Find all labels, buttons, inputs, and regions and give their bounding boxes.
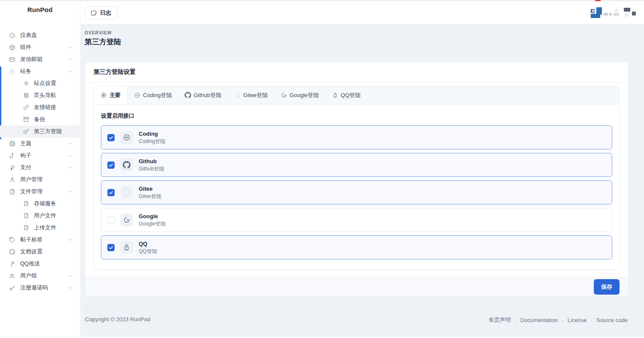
tab-label: 主要 (109, 91, 121, 99)
sidebar-item-label: 注册邀请码 (20, 284, 48, 292)
sidebar-item-label: 帖子标签 (20, 236, 43, 244)
chevron-down-icon (68, 57, 73, 62)
separator-dot: · (562, 317, 564, 323)
tab-gitee-login[interactable]: Gitee登陆 (228, 86, 274, 104)
sidebar-item-post-tags[interactable]: 帖子标签 (0, 234, 80, 246)
footer-link-source-code[interactable]: Source code (596, 317, 628, 323)
gitee-icon (120, 186, 133, 199)
brand-logo[interactable]: RunPod (0, 1, 80, 13)
tab-label: QQ登陆 (341, 91, 361, 99)
sidebar-item-mailbox[interactable]: 发信邮箱 (0, 53, 80, 65)
tab-coding-login[interactable]: Coding登陆 (128, 86, 178, 104)
tab-google-login[interactable]: Google登陆 (274, 86, 325, 104)
qq-checkbox[interactable] (107, 244, 115, 251)
coding-checkbox[interactable] (107, 134, 115, 141)
chevron-down-icon (68, 45, 73, 50)
sidebar-item-user-management[interactable]: 用户管理 (0, 174, 80, 186)
sidebar-item-label: 备份 (34, 116, 45, 123)
sidebar-item-label: 文档设置 (20, 248, 43, 256)
tab-bar: 主要 Coding登陆 Github登陆 Gitee登陆 Google登陆 QQ… (94, 86, 619, 104)
sidebar-item-user-files[interactable]: 用户文件 (0, 210, 80, 222)
provider-row-coding[interactable]: CodingCoding登陆 (101, 125, 612, 149)
file-icon (23, 225, 29, 231)
page-eyebrow: OVERVIEW (85, 30, 629, 35)
sidebar-item-label: 钩子 (20, 152, 31, 159)
sidebar-item-file-management[interactable]: 文件管理 (0, 186, 80, 198)
sidebar-item-site[interactable]: 站务 (0, 65, 80, 77)
sidebar-item-upload-files[interactable]: 上传文件 (0, 222, 80, 234)
sidebar-item-components[interactable]: 组件 (0, 41, 80, 53)
log-button[interactable]: 日志 (85, 6, 117, 19)
users-icon (9, 273, 15, 279)
card-title: 第三方登陆设置 (85, 62, 628, 82)
footer-link-documentation[interactable]: Documentation (520, 317, 558, 323)
github-checkbox[interactable] (107, 161, 115, 169)
google-checkbox[interactable] (107, 216, 115, 224)
separator-dot: · (591, 317, 592, 323)
site-icon (9, 68, 15, 75)
tag-icon (9, 237, 15, 243)
check-icon (109, 245, 113, 250)
sidebar-item-hooks[interactable]: 钩子 (0, 149, 80, 161)
hook-icon (9, 152, 15, 159)
sidebar-item-storage-service[interactable]: 存储服务 (0, 198, 80, 210)
footer-link-license[interactable]: License (568, 317, 587, 323)
qq-icon (332, 92, 338, 98)
sidebar-item-header-nav[interactable]: 页头导航 (0, 89, 80, 101)
components-icon (9, 44, 15, 51)
provider-name: Coding (139, 131, 165, 137)
file-icon (23, 201, 29, 207)
check-icon (109, 135, 113, 140)
main-tab-icon (100, 92, 107, 98)
gitee-icon (234, 92, 241, 98)
tab-github-login[interactable]: Github登陆 (178, 86, 228, 104)
sidebar-item-doc-settings[interactable]: 文档设置 (0, 246, 80, 258)
provider-desc: Google登陆 (139, 220, 166, 227)
links-icon (23, 104, 29, 110)
chevron-down-icon (68, 153, 73, 158)
main-content: OVERVIEW 第三方登陆 第三方登陆设置 主要 Coding登陆 Githu… (81, 24, 644, 337)
provider-row-qq[interactable]: QQQQ登陆 (101, 235, 612, 259)
github-icon (185, 92, 191, 98)
theme-icon (9, 140, 15, 147)
sidebar-item-invite-codes[interactable]: 注册邀请码 (0, 282, 80, 294)
sidebar-item-label: 上传文件 (34, 224, 56, 231)
pay-icon (9, 164, 15, 171)
save-button[interactable]: 保存 (594, 279, 620, 295)
sidebar-item-third-party-login[interactable]: 第三方登陆 (0, 125, 80, 137)
sidebar-item-site-settings[interactable]: 站点设置 (0, 77, 80, 89)
chevron-down-icon (68, 274, 73, 278)
sidebar-item-payment[interactable]: 支付 (0, 161, 80, 174)
provider-row-gitee[interactable]: GiteeGitee登陆 (101, 180, 612, 204)
chevron-down-icon (68, 69, 73, 74)
tab-qq-login[interactable]: QQ登陆 (325, 86, 367, 104)
separator-dot: · (515, 317, 516, 323)
sidebar-item-label: 页头导航 (34, 91, 56, 99)
footer-links: 免责声明 · Documentation · License · Source … (489, 316, 628, 324)
log-button-label: 日志 (100, 9, 111, 17)
footer-link-disclaimer[interactable]: 免责声明 (489, 316, 511, 324)
provider-desc: Github登陆 (139, 165, 164, 172)
sidebar-item-label: 站点设置 (34, 79, 56, 87)
dashboard-icon (9, 32, 15, 39)
log-icon (91, 10, 97, 16)
sidebar-item-theme[interactable]: 主题 (0, 137, 80, 149)
gitee-checkbox[interactable] (107, 189, 115, 196)
provider-row-github[interactable]: GithubGithub登陆 (101, 153, 612, 177)
coding-icon (120, 131, 133, 144)
sidebar: RunPod 仪表盘 组件 发信邮箱 站务 站点设置 页头导航 友情链接 备份 … (0, 1, 80, 338)
user-avatar-pixelated[interactable] (591, 6, 639, 21)
chevron-down-icon (68, 165, 73, 170)
sidebar-item-dashboard[interactable]: 仪表盘 (0, 29, 80, 41)
sidebar-item-qq-push[interactable]: QQ推送 (0, 258, 80, 270)
provider-row-google[interactable]: GoogleGoogle登陆 (101, 208, 612, 232)
tab-label: Github登陆 (194, 91, 221, 99)
sidebar-item-backup[interactable]: 备份 (0, 113, 80, 125)
page-title: 第三方登陆 (85, 37, 629, 47)
tab-panel: 主要 Coding登陆 Github登陆 Gitee登陆 Google登陆 QQ… (94, 86, 620, 270)
tab-panel-body: 设置启用接口 CodingCoding登陆 GithubGithub登陆 (94, 104, 619, 270)
tab-main[interactable]: 主要 (94, 86, 128, 104)
top-header: 日志 (81, 1, 644, 24)
sidebar-item-friend-links[interactable]: 友情链接 (0, 101, 80, 113)
sidebar-item-user-groups[interactable]: 用户组 (0, 270, 80, 282)
